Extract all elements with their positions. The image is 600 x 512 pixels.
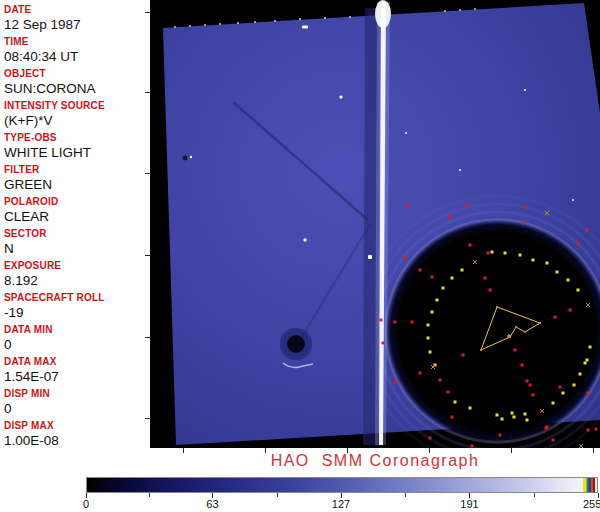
red-grid-dot <box>411 321 414 324</box>
edge-speckle <box>299 18 301 20</box>
yellow-grid-dot <box>454 401 457 404</box>
star <box>340 96 343 99</box>
red-grid-dot <box>439 379 442 382</box>
frame-tick <box>265 448 266 453</box>
metadata-field: DATA MAX1.54E-07 <box>4 355 150 387</box>
red-grid-dot <box>419 269 422 272</box>
star <box>524 89 526 91</box>
yellow-grid-dot <box>501 418 504 421</box>
yellow-grid-dot <box>429 351 432 354</box>
red-grid-dot <box>404 257 407 260</box>
star <box>368 255 372 259</box>
metadata-field: TYPE-OBSWHITE LIGHT <box>4 131 150 163</box>
field-label: FILTER <box>4 163 150 176</box>
red-grid-dot <box>587 429 590 432</box>
yellow-grid-dot <box>442 287 445 290</box>
colorbar-tick-label: 191 <box>460 498 478 510</box>
star <box>572 199 574 201</box>
ghost-spot <box>287 335 305 353</box>
metadata-field: OBJECTSUN:CORONA <box>4 67 150 99</box>
metadata-field: DATA MIN0 <box>4 323 150 355</box>
frame-tick <box>593 448 594 453</box>
metadata-field: DISP MAX1.00E-08 <box>4 419 150 451</box>
star <box>304 239 307 242</box>
metadata-field: DATE12 Sep 1987 <box>4 3 150 35</box>
metadata-field: FILTERGREEN <box>4 163 150 195</box>
yellow-grid-dot <box>427 324 430 327</box>
red-grid-dot <box>451 416 454 419</box>
star <box>302 26 308 29</box>
yellow-grid-dot <box>577 289 580 292</box>
field-value: WHITE LIGHT <box>4 144 150 161</box>
yellow-grid-dot <box>427 337 430 340</box>
colorbar-minor-tick <box>405 493 406 497</box>
red-grid-dot <box>514 349 517 352</box>
red-grid-dot <box>449 216 452 219</box>
field-label: TYPE-OBS <box>4 131 150 144</box>
field-value: CLEAR <box>4 208 150 225</box>
polygon-vertex-marker <box>496 306 498 308</box>
red-grid-dot <box>471 445 474 448</box>
field-label: INTENSITY SOURCE <box>4 99 150 112</box>
red-grid-dot <box>380 319 383 322</box>
colorbar-minor-tick <box>534 493 535 497</box>
polygon-vertex-marker <box>480 349 482 351</box>
edge-speckle <box>189 25 191 27</box>
colorbar-tick-label: 63 <box>206 498 218 510</box>
red-grid-dot <box>526 380 529 383</box>
colorbar-tick-label: 127 <box>332 498 350 510</box>
red-grid-dot <box>552 439 555 442</box>
red-grid-dot <box>394 321 397 324</box>
field-label: DATE <box>4 3 150 16</box>
edge-speckle <box>349 16 351 18</box>
red-grid-dot <box>499 434 502 437</box>
yellow-grid-dot <box>461 269 464 272</box>
red-grid-dot <box>546 426 549 429</box>
edge-speckle <box>324 17 326 19</box>
frame-tick <box>145 337 151 338</box>
metadata-field: SPACECRAFT ROLL-19 <box>4 291 150 323</box>
red-grid-dot <box>466 204 469 207</box>
red-grid-dot <box>586 229 589 232</box>
red-grid-dot <box>529 384 532 387</box>
colorbar-minor-tick <box>149 493 150 497</box>
yellow-grid-dot <box>526 419 529 422</box>
coronagraph-image <box>150 0 600 448</box>
red-grid-dot <box>394 381 397 384</box>
polygon-vertex-marker <box>509 336 511 338</box>
field-label: SECTOR <box>4 227 150 240</box>
red-grid-dot <box>577 242 580 245</box>
red-grid-dot <box>484 277 487 280</box>
red-grid-dot <box>431 276 434 279</box>
field-value: 8.192 <box>4 272 150 289</box>
edge-speckle <box>254 21 256 23</box>
field-value: (K+F)*V <box>4 112 150 129</box>
field-value: N <box>4 240 150 257</box>
colorbar-tick-label: 0 <box>83 498 89 510</box>
frame-tick <box>183 448 184 453</box>
edge-speckle <box>459 9 461 11</box>
yellow-grid-dot <box>491 251 494 254</box>
frame-tick <box>511 448 512 453</box>
red-grid-dot <box>524 206 527 209</box>
red-grid-dot <box>419 372 422 375</box>
yellow-grid-dot <box>513 416 516 419</box>
frame-tick <box>145 173 151 174</box>
yellow-grid-dot <box>589 346 592 349</box>
yellow-grid-dot <box>431 311 434 314</box>
field-label: DATA MIN <box>4 323 150 336</box>
red-grid-dot <box>489 289 492 292</box>
yellow-grid-dot <box>552 402 555 405</box>
yellow-grid-dot <box>532 259 535 262</box>
edge-speckle <box>474 8 476 10</box>
field-label: DISP MIN <box>4 387 150 400</box>
red-grid-dot <box>487 252 490 255</box>
yellow-grid-dot <box>573 384 576 387</box>
edge-speckle <box>444 10 446 12</box>
dust-speck <box>183 156 188 161</box>
frame-tick <box>145 92 151 93</box>
red-grid-dot <box>447 391 450 394</box>
red-grid-dot <box>429 437 432 440</box>
polygon-vertex-marker <box>515 326 517 328</box>
polygon-vertex-marker <box>524 331 526 333</box>
